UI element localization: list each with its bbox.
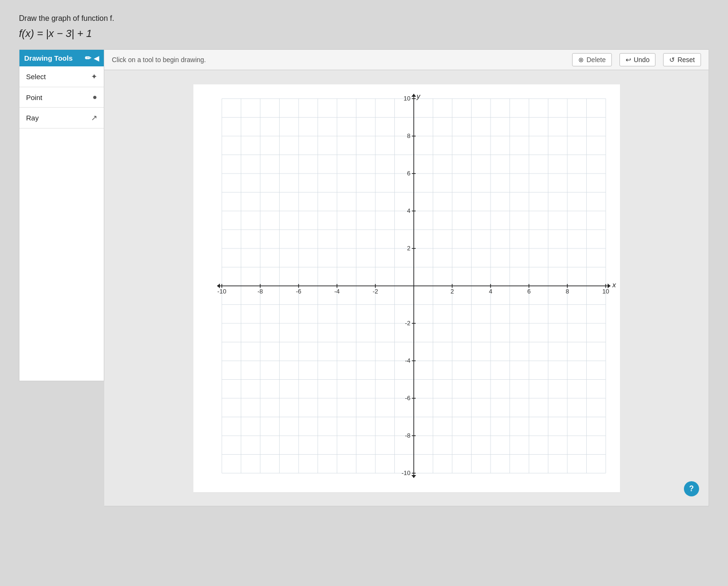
ray-icon: ↗ (91, 113, 97, 122)
select-label: Select (26, 73, 46, 81)
toolbar: Click on a tool to begin drawing. ⊗ Dele… (104, 49, 709, 70)
drawing-tools-panel: Drawing Tools ✏ ◀ Select ✦ Point ● Ray ↗ (19, 49, 104, 381)
ray-label: Ray (26, 114, 39, 122)
pencil-icon: ✏ (85, 54, 91, 63)
tool-select[interactable]: Select ✦ (19, 66, 104, 87)
point-label: Point (26, 93, 42, 101)
undo-button[interactable]: ↩ Undo (619, 53, 655, 66)
main-container: Drawing Tools ✏ ◀ Select ✦ Point ● Ray ↗… (19, 49, 709, 506)
point-icon: ● (92, 93, 97, 101)
collapse-icon[interactable]: ◀ (94, 55, 99, 62)
delete-icon: ⊗ (578, 56, 584, 64)
toolbar-hint: Click on a tool to begin drawing. (112, 56, 564, 64)
drawing-tools-header: Drawing Tools ✏ ◀ (19, 50, 104, 66)
reset-button[interactable]: ↺ Reset (663, 53, 701, 66)
select-icon: ✦ (91, 72, 97, 81)
undo-icon: ↩ (626, 56, 631, 64)
reset-icon: ↺ (669, 56, 675, 64)
instruction-text: Draw the graph of function f. (19, 14, 709, 23)
delete-label: Delete (586, 56, 605, 64)
undo-label: Undo (634, 56, 649, 64)
reset-label: Reset (677, 56, 695, 64)
help-label: ? (689, 485, 694, 493)
help-button[interactable]: ? (684, 481, 699, 496)
delete-button[interactable]: ⊗ Delete (572, 53, 611, 66)
tool-ray[interactable]: Ray ↗ (19, 108, 104, 128)
tool-point[interactable]: Point ● (19, 87, 104, 108)
header-icons: ✏ ◀ (85, 54, 99, 63)
graph-canvas[interactable] (193, 84, 620, 492)
drawing-tools-label: Drawing Tools (24, 54, 73, 62)
right-panel: Click on a tool to begin drawing. ⊗ Dele… (104, 49, 709, 506)
formula-text: f(x) = |x − 3| + 1 (19, 27, 709, 40)
graph-container: ? (104, 70, 709, 506)
